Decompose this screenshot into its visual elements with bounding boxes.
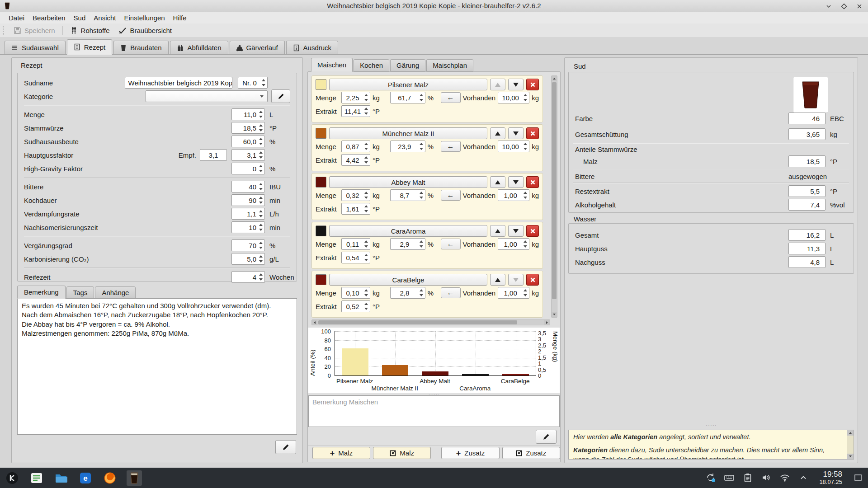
malt-anteil-spinbox[interactable]: 8,7: [390, 189, 425, 201]
move-up-button[interactable]: [490, 274, 505, 286]
malt-name-button[interactable]: Pilsener Malz: [329, 79, 487, 90]
take-stock-arrow-button[interactable]: ←: [441, 141, 461, 152]
tab-maischplan[interactable]: Maischplan: [426, 59, 473, 71]
import-malz-button[interactable]: Malz: [373, 447, 431, 459]
add-malz-button[interactable]: + Malz: [312, 447, 370, 459]
info-box-scrollbar[interactable]: [847, 430, 854, 459]
menge-spinbox[interactable]: 11,0: [231, 108, 265, 120]
move-up-button[interactable]: [490, 79, 505, 90]
spin-arrows[interactable]: [523, 143, 528, 150]
import-zusatz-button[interactable]: Zusatz: [502, 447, 560, 459]
move-up-button[interactable]: [490, 176, 505, 188]
move-down-button[interactable]: [508, 274, 524, 286]
menu-hilfe[interactable]: Hilfe: [169, 12, 191, 23]
rohstoffe-button[interactable]: Rohstoffe: [66, 25, 114, 37]
app-launcher-icon[interactable]: [5, 470, 20, 486]
malt-menge-spinbox[interactable]: 0,11: [341, 238, 370, 250]
tab-maischen[interactable]: Maischen: [311, 58, 353, 72]
wifi-icon[interactable]: [779, 472, 790, 483]
karbonisierung-spinbox[interactable]: 5,0: [231, 253, 265, 265]
scroll-up-icon[interactable]: [552, 76, 557, 81]
delete-malt-button[interactable]: [526, 274, 539, 286]
spin-arrows[interactable]: [364, 303, 368, 310]
tab-tags[interactable]: Tags: [66, 286, 94, 298]
tab-sudauswahl[interactable]: Sudauswahl: [5, 41, 66, 54]
recipe-note-textarea[interactable]: Es wurden 45 Minuten bei 72°C gehalten u…: [17, 298, 297, 435]
tab-gaerung[interactable]: Gärung: [390, 59, 425, 71]
scroll-right-icon[interactable]: [544, 320, 550, 325]
take-stock-arrow-button[interactable]: ←: [441, 239, 461, 249]
task-manager-icon[interactable]: [29, 470, 44, 486]
malt-name-button[interactable]: CaraAroma: [329, 225, 487, 237]
spin-arrows[interactable]: [364, 156, 368, 164]
file-manager-icon[interactable]: [53, 470, 69, 486]
clock[interactable]: 19:58 18.07.25: [819, 470, 842, 485]
malt-anteil-spinbox[interactable]: 23,9: [390, 141, 425, 152]
spin-arrows[interactable]: [364, 108, 368, 115]
take-stock-arrow-button[interactable]: ←: [441, 92, 461, 103]
sud-number-spinbox[interactable]: Nr. 0: [238, 77, 268, 89]
scrollbar-thumb[interactable]: [318, 320, 517, 324]
delete-malt-button[interactable]: [526, 127, 539, 139]
maximize-icon[interactable]: [841, 3, 847, 9]
scroll-left-icon[interactable]: [312, 320, 317, 325]
malt-vorhanden-spinbox[interactable]: 1,00: [498, 238, 529, 250]
malt-vorhanden-spinbox[interactable]: 10,00: [498, 92, 529, 103]
tab-kochen[interactable]: Kochen: [354, 59, 389, 71]
spin-arrows[interactable]: [259, 242, 263, 249]
malt-extrakt-spinbox[interactable]: 0,54: [341, 252, 370, 263]
titlebar[interactable]: Weihnachtsbier belgisch 2019 Kopie Kopie…: [0, 0, 868, 12]
clipboard-icon[interactable]: [742, 472, 753, 483]
splitter-handle[interactable]: [565, 425, 858, 427]
delete-malt-button[interactable]: [526, 79, 539, 90]
spin-arrows[interactable]: [364, 205, 368, 212]
keyboard-icon[interactable]: [724, 472, 735, 483]
spin-arrows[interactable]: [364, 254, 368, 261]
spin-arrows[interactable]: [261, 79, 266, 86]
spin-arrows[interactable]: [259, 197, 263, 204]
move-up-button[interactable]: [490, 127, 505, 139]
edit-mash-note-button[interactable]: [536, 430, 557, 444]
tab-abfuelldaten[interactable]: Abfülldaten: [170, 41, 228, 54]
delete-malt-button[interactable]: [526, 225, 539, 237]
tab-gaerverlauf[interactable]: Gärverlauf: [230, 41, 285, 54]
tray-expander-icon[interactable]: [798, 472, 809, 483]
take-stock-arrow-button[interactable]: ←: [441, 287, 461, 298]
tab-anhaenge[interactable]: Anhänge: [95, 286, 136, 298]
spin-arrows[interactable]: [259, 124, 263, 131]
vergaerungsgrad-spinbox[interactable]: 70: [231, 239, 265, 251]
spin-arrows[interactable]: [523, 289, 528, 296]
spin-arrows[interactable]: [523, 240, 528, 248]
malt-name-button[interactable]: CaraBelge: [329, 274, 487, 286]
spin-arrows[interactable]: [259, 273, 263, 281]
malt-vorhanden-spinbox[interactable]: 1,00: [498, 287, 529, 299]
scroll-up-icon[interactable]: [847, 430, 854, 436]
minimize-icon[interactable]: [826, 3, 832, 9]
menu-ansicht[interactable]: Ansicht: [90, 12, 120, 23]
spin-arrows[interactable]: [523, 192, 528, 199]
kochdauer-spinbox[interactable]: 90: [231, 194, 265, 206]
menu-sud[interactable]: Sud: [70, 12, 90, 23]
sudhausausbeute-spinbox[interactable]: 60,0: [231, 136, 265, 147]
spin-arrows[interactable]: [419, 94, 424, 101]
bittere-spinbox[interactable]: 40: [231, 181, 265, 192]
malt-anteil-spinbox[interactable]: 2,8: [390, 287, 425, 299]
scrollbar-thumb[interactable]: [552, 82, 557, 299]
spin-arrows[interactable]: [259, 224, 263, 231]
malt-menge-spinbox[interactable]: 0,10: [341, 287, 370, 299]
add-zusatz-button[interactable]: + Zusatz: [441, 447, 499, 459]
move-down-button[interactable]: [508, 127, 524, 139]
spin-arrows[interactable]: [259, 210, 263, 217]
delete-malt-button[interactable]: [526, 176, 539, 188]
updates-icon[interactable]: [705, 472, 716, 483]
move-down-button[interactable]: [508, 79, 524, 90]
move-down-button[interactable]: [508, 176, 524, 188]
nachisomerisierungszeit-spinbox[interactable]: 10: [231, 221, 265, 233]
scroll-down-icon[interactable]: [552, 312, 557, 317]
malt-list-horizontal-scrollbar[interactable]: [311, 319, 550, 325]
firefox-icon[interactable]: [102, 470, 118, 486]
spin-arrows[interactable]: [364, 143, 368, 150]
spin-arrows[interactable]: [259, 151, 263, 159]
brauhelfer-task-icon[interactable]: [127, 470, 142, 486]
high-gravity-spinbox[interactable]: 0: [231, 163, 265, 174]
